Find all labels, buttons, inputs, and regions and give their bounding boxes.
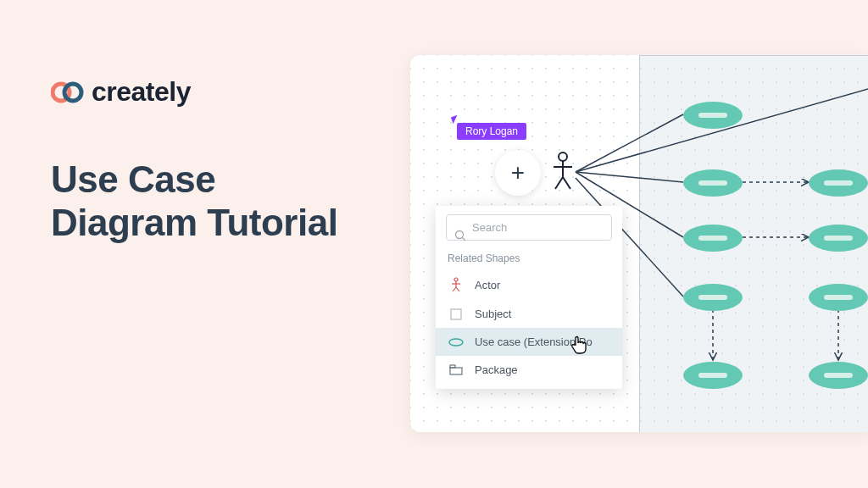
collaborator-tag: Rory Logan [457, 123, 526, 140]
logo-icon [51, 80, 85, 104]
svg-line-15 [563, 177, 570, 189]
use-case-node[interactable] [809, 284, 868, 311]
shape-option-package[interactable]: Package [436, 356, 622, 384]
usecase-shape-icon [448, 338, 465, 347]
use-case-node[interactable] [809, 169, 868, 197]
svg-point-18 [454, 278, 458, 281]
brand-name: creately [92, 76, 191, 108]
use-case-node[interactable] [683, 284, 743, 311]
shape-option-subject[interactable]: Subject [436, 300, 622, 328]
shape-option-actor[interactable]: Actor [436, 269, 622, 300]
svg-point-1 [64, 84, 81, 101]
shape-picker-popup: Related Shapes Actor Subject Use case (E… [436, 206, 622, 389]
svg-line-2 [576, 114, 683, 172]
package-shape-icon [448, 364, 465, 375]
svg-point-11 [559, 152, 567, 161]
brand-logo: creately [51, 76, 337, 108]
diagram-canvas[interactable]: Rory Logan + Related Shapes Actor [410, 55, 868, 432]
shape-option-usecase-ext[interactable]: Use case (Extension Po [436, 328, 622, 356]
svg-line-21 [453, 287, 456, 291]
shape-label: Subject [475, 308, 511, 320]
svg-line-4 [576, 172, 683, 182]
page-title: Use CaseDiagram Tutorial [51, 158, 337, 244]
svg-rect-23 [451, 309, 461, 319]
subject-shape-icon [448, 308, 465, 320]
shape-label: Use case (Extension Po [475, 336, 593, 348]
use-case-node[interactable] [809, 225, 868, 252]
add-shape-button[interactable]: + [495, 150, 541, 196]
actor-icon[interactable] [550, 150, 576, 192]
use-case-node[interactable] [809, 362, 868, 389]
svg-line-22 [456, 287, 459, 291]
use-case-node[interactable] [683, 169, 743, 197]
svg-rect-25 [450, 368, 462, 374]
shape-label: Package [475, 363, 518, 376]
use-case-node[interactable] [683, 225, 743, 252]
svg-line-14 [555, 177, 563, 189]
svg-point-24 [449, 339, 463, 346]
svg-rect-26 [450, 365, 455, 368]
actor-shape-icon [448, 277, 465, 292]
related-shapes-label: Related Shapes [436, 247, 622, 269]
use-case-node[interactable] [683, 362, 743, 389]
search-input[interactable] [446, 214, 612, 241]
shape-label: Actor [475, 279, 500, 291]
use-case-node[interactable] [683, 102, 743, 129]
svg-line-3 [576, 89, 868, 172]
